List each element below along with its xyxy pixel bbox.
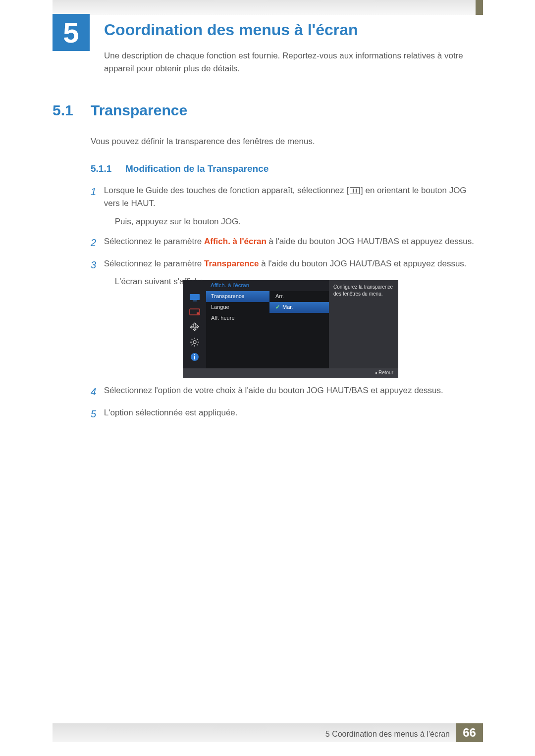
step-2-text-b: à l'aide du bouton JOG HAUT/BAS et appuy… <box>267 237 474 246</box>
osd-screenshot: Affich. à l'écran Transparence Langue Af… <box>183 280 398 378</box>
svg-rect-0 <box>190 294 200 300</box>
gear-icon <box>189 338 200 347</box>
step-number: 2 <box>91 235 102 251</box>
svg-point-4 <box>193 341 196 344</box>
svg-line-9 <box>191 339 192 340</box>
step-number: 1 <box>91 184 102 200</box>
osd-return-label[interactable]: Retour <box>183 368 398 378</box>
svg-line-12 <box>197 339 198 340</box>
manual-page: 5 Coordination des menus à l'écran Une d… <box>0 0 535 756</box>
svg-rect-14 <box>194 356 195 359</box>
chapter-number-badge: 5 <box>53 14 90 51</box>
step-list-bottom: 4 Sélectionnez l'option de votre choix à… <box>91 384 482 429</box>
svg-rect-1 <box>193 301 197 302</box>
page-footer: 5 Coordination des menus à l'écran66 <box>53 723 483 742</box>
subsection-number: 5.1.1 <box>91 163 111 174</box>
osd-menu-transparence[interactable]: Transparence <box>206 291 269 302</box>
step-4: 4 Sélectionnez l'option de votre choix à… <box>91 384 482 400</box>
osd-help-text: Configurez la transparence des fenêtres … <box>329 280 398 368</box>
step-4-text: Sélectionnez l'option de votre choix à l… <box>104 384 478 397</box>
osd-menu-aff-heure[interactable]: Aff. heure <box>206 313 269 324</box>
step-number: 3 <box>91 257 102 273</box>
osd-option-mar[interactable]: Mar. <box>269 302 329 313</box>
step-number: 5 <box>91 406 102 422</box>
osd-menu-list: Transparence Langue Aff. heure <box>206 291 269 324</box>
top-stripe <box>53 0 483 15</box>
section-number: 5.1 <box>53 102 73 119</box>
step-list-top: 1 Lorsque le Guide des touches de foncti… <box>91 184 482 296</box>
footer-page-number: 66 <box>456 723 483 742</box>
step-2: 2 Sélectionnez le paramètre Affich. à l'… <box>91 235 482 251</box>
osd-options-list: Arr. Mar. <box>269 291 329 313</box>
svg-line-10 <box>197 344 198 345</box>
section-intro: Vous pouvez définir la transparence des … <box>91 137 472 147</box>
step-3-text-b: à l'aide du bouton JOG HAUT/BAS et appuy… <box>259 259 467 268</box>
osd-menu-langue[interactable]: Langue <box>206 302 269 313</box>
svg-rect-15 <box>194 354 195 355</box>
step-3-text-a: Sélectionnez le paramètre <box>104 259 204 268</box>
osd-option-arr[interactable]: Arr. <box>269 291 329 302</box>
info-icon <box>189 353 200 361</box>
step-2-red: Affich. à l'écran <box>204 237 267 246</box>
chapter-description: Une description de chaque fonction est f… <box>104 50 471 75</box>
step-1-text-a: Lorsque le Guide des touches de fonction… <box>104 186 349 195</box>
step-5-text: L'option sélectionnée est appliquée. <box>104 406 478 419</box>
step-3-red: Transparence <box>204 259 259 268</box>
chapter-title: Coordination des menus à l'écran <box>104 21 358 39</box>
step-1-subtext: Puis, appuyez sur le bouton JOG. <box>115 215 478 228</box>
move-icon <box>189 323 200 332</box>
step-1: 1 Lorsque le Guide des touches de foncti… <box>91 184 482 228</box>
svg-line-11 <box>191 344 192 345</box>
section-title: Transparence <box>91 102 187 119</box>
menu-icon <box>350 187 360 194</box>
step-number: 4 <box>91 384 102 400</box>
step-2-text-a: Sélectionnez le paramètre <box>104 237 204 246</box>
display-icon <box>189 308 200 317</box>
picture-icon <box>189 293 200 302</box>
footer-chapter-label: 5 Coordination des menus à l'écran <box>325 725 456 744</box>
subsection-title: Modification de la Transparence <box>125 163 268 174</box>
osd-sidebar <box>183 280 206 368</box>
step-5: 5 L'option sélectionnée est appliquée. <box>91 406 482 422</box>
svg-rect-3 <box>197 312 199 314</box>
